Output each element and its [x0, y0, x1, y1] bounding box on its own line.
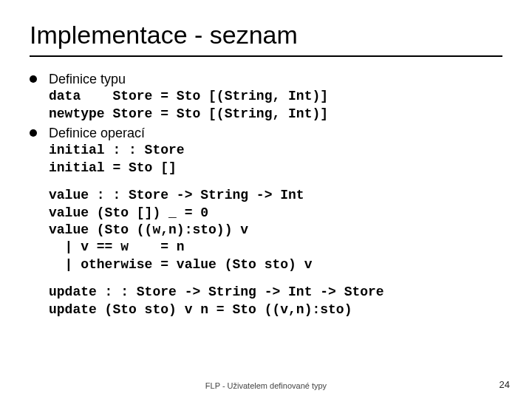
footer-text: FLP - Uživatelem definované typy	[0, 381, 532, 390]
bullet-label: Definice typu	[49, 70, 502, 88]
bullet-label: Definice operací	[49, 124, 502, 142]
bullet-content: Definice operací initial : : Store initi…	[49, 124, 502, 177]
slide-title: Implementace - seznam	[30, 21, 502, 57]
bullet-item: Definice typu data Store = Sto [(String,…	[30, 70, 502, 123]
slide-body: Definice typu data Store = Sto [(String,…	[30, 70, 502, 318]
code-snippet: initial : : Store initial = Sto []	[49, 142, 502, 177]
bullet-item: Definice operací initial : : Store initi…	[30, 124, 502, 177]
slide: Implementace - seznam Definice typu data…	[0, 0, 532, 399]
bullet-icon	[30, 129, 37, 137]
bullet-icon	[30, 75, 37, 83]
bullet-content: Definice typu data Store = Sto [(String,…	[49, 70, 502, 123]
code-block: value : : Store -> String -> Int value (…	[49, 187, 502, 273]
code-snippet: data Store = Sto [(String, Int)] newtype…	[49, 88, 502, 123]
page-number: 24	[499, 379, 510, 390]
code-block: update : : Store -> String -> Int -> Sto…	[49, 284, 502, 318]
